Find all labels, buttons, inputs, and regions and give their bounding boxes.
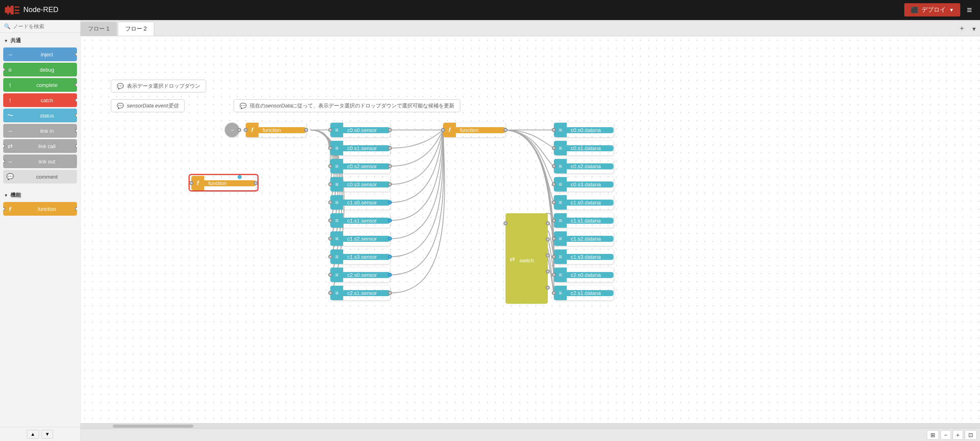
c2s0sensor-port-right [388, 273, 392, 277]
flow-c0s3data[interactable]: ≡ c0.s3.datana [554, 177, 613, 192]
c2s0sensor-label: c2.s0.sensor [343, 272, 390, 278]
function-selected-port-right [254, 181, 258, 185]
sidebar-search-bar[interactable]: 🔍 [0, 20, 80, 33]
comment-display-dropdown[interactable]: 💬 表示データ選択ドロップダウン [111, 80, 206, 93]
flow-c1s1sensor[interactable]: ≡ c1.s1.sensor [330, 213, 390, 228]
c0s0sensor-label: c0.s0.sensor [343, 127, 390, 133]
c1s2sensor-port-right [388, 237, 392, 241]
comment-sensor-label: sensorData event受信 [127, 102, 178, 109]
flow-c0s2sensor[interactable]: ≡ c0.s2.sensor [330, 159, 390, 173]
deploy-icon: ⬛ [911, 6, 918, 14]
function-main1-port-left [244, 128, 248, 132]
flow-c1s3data[interactable]: ≡ c1.s3.datana [554, 249, 613, 264]
status-icon: 〜 [3, 109, 17, 122]
topbar: Node-RED ⬛ デプロイ ▼ ≡ [0, 0, 980, 20]
flow-c2s0sensor[interactable]: ≡ c2.s0.sensor [330, 268, 390, 282]
comment-sensor-icon: 💬 [117, 103, 124, 109]
sidebar-item-complete[interactable]: ! complete [3, 78, 77, 92]
c1s1sensor-label: c1.s1.sensor [343, 218, 390, 224]
flow-function-main1[interactable]: f function [246, 123, 306, 137]
sidebar-item-inject[interactable]: → inject [3, 47, 77, 61]
zoom-out-button[interactable]: − [941, 430, 951, 440]
canvas[interactable]: 💬 表示データ選択ドロップダウン 💬 sensorData event受信 💬 … [81, 36, 980, 423]
flow-c0s0sensor[interactable]: ≡ c0.s0.sensor [330, 123, 390, 137]
flow-c1s1data[interactable]: ≡ c1.s1.datana [554, 213, 613, 228]
flow-c0s0data[interactable]: ≡ c0.s0.datana [554, 123, 613, 137]
flow-c2s1sensor[interactable]: ≡ c2.s1.sensor [330, 286, 390, 300]
flow-c2s0data[interactable]: ≡ c2.s0.datana [554, 268, 613, 282]
function-icon: f [3, 202, 17, 216]
menu-button[interactable]: ≡ [963, 3, 975, 17]
status-label: status [17, 109, 77, 122]
sidebar-item-status[interactable]: 〜 status [3, 109, 77, 122]
c0s2sensor-port-right [388, 164, 392, 168]
flow-inject-node[interactable]: → [225, 123, 239, 137]
main-layout: 🔍 ▼ 共通 → inject ≡ debug [0, 20, 980, 441]
c0s3sensor-label: c0.s3.sensor [343, 181, 390, 188]
complete-port-right [75, 83, 77, 87]
link-in-label: link in [17, 124, 77, 138]
flow-function-main2[interactable]: f function [443, 123, 506, 137]
c1s0data-port-left [552, 200, 556, 204]
svg-rect-1 [10, 6, 14, 14]
tab-dropdown-button[interactable]: ▼ [968, 26, 980, 32]
sidebar-item-function[interactable]: f function [3, 202, 77, 216]
deploy-button[interactable]: ⬛ デプロイ ▼ [904, 3, 960, 16]
add-tab-button[interactable]: + [956, 25, 968, 33]
switch-port-right-4 [546, 270, 550, 274]
sidebar-item-link-out[interactable]: → link out [3, 155, 77, 168]
flow-c0s1sensor[interactable]: ≡ c0.s1.sensor [330, 141, 390, 155]
zoom-in-button[interactable]: + [953, 430, 963, 440]
complete-label: complete [17, 78, 77, 92]
sidebar-up-btn[interactable]: ▲ [27, 430, 39, 439]
canvas-hscroll-thumb[interactable] [113, 425, 193, 428]
layout-button[interactable]: ⊞ [927, 430, 939, 440]
c2s1sensor-port-right [388, 291, 392, 295]
c0s1sensor-port-left [328, 146, 332, 150]
c2s1sensor-port-left [328, 291, 332, 295]
sidebar-item-link-in[interactable]: → link in [3, 124, 77, 138]
c1s3data-label: c1.s3.datana [567, 254, 613, 260]
function-main1-label: function [259, 127, 306, 133]
canvas-hscroll[interactable] [81, 423, 980, 428]
flow-function-selected[interactable]: f function [191, 176, 256, 190]
flow-c1s0sensor[interactable]: ≡ c1.s0.sensor [330, 195, 390, 210]
flow-c1s0data[interactable]: ≡ c1.s0.datana [554, 195, 613, 210]
sidebar-item-comment[interactable]: 💬 comment [3, 170, 77, 183]
sidebar-section-function-header[interactable]: ▼ 機能 [0, 190, 80, 200]
flow-c2s1data[interactable]: ≡ c2.s1.datana [554, 286, 613, 300]
flow-c0s3sensor[interactable]: ≡ c0.s3.sensor [330, 177, 390, 192]
c0s1sensor-port-right [388, 146, 392, 150]
deploy-label: デプロイ [922, 6, 946, 14]
c1s0sensor-label: c1.s0.sensor [343, 200, 390, 206]
inject-port-right [75, 53, 77, 56]
tab-flow1-label: フロー 1 [88, 25, 110, 33]
c0s0data-label: c0.s0.datana [567, 127, 613, 133]
c1s0sensor-port-right [388, 200, 392, 204]
sidebar-section-common-header[interactable]: ▼ 共通 [0, 35, 80, 46]
flow-c1s2data[interactable]: ≡ c1.s2.datana [554, 231, 613, 246]
flow-c1s3sensor[interactable]: ≡ c1.s3.sensor [330, 249, 390, 264]
comment-update-icon: 💬 [240, 103, 247, 109]
flow-c0s2data[interactable]: ≡ c0.s2.datana [554, 159, 613, 173]
flow-c0s1data[interactable]: ≡ c0.s1.datana [554, 141, 613, 155]
search-input[interactable] [13, 23, 76, 29]
c0s3data-label: c0.s3.datana [567, 181, 613, 188]
flow-switch-node[interactable]: ⇄ switch [506, 213, 548, 304]
fit-button[interactable]: ⊡ [965, 430, 977, 440]
sidebar-item-link-call[interactable]: ⇄ link call [3, 139, 77, 153]
comment-sensor-event[interactable]: 💬 sensorData event受信 [111, 99, 184, 112]
flow-c1s2sensor[interactable]: ≡ c1.s2.sensor [330, 231, 390, 246]
sidebar-item-debug[interactable]: ≡ debug [3, 63, 77, 76]
c0s2data-port-left [552, 164, 556, 168]
tab-flow2[interactable]: フロー 2 [118, 22, 155, 36]
sidebar-item-catch[interactable]: ! catch [3, 93, 77, 107]
switch-icon: ⇄ [510, 255, 515, 262]
sidebar-down-btn[interactable]: ▼ [41, 430, 54, 439]
switch-port-left-1 [503, 221, 508, 225]
sidebar: 🔍 ▼ 共通 → inject ≡ debug [0, 20, 81, 441]
comment-update-dropdown[interactable]: 💬 現在のsensorDataに従って、表示データ選択のドロップダウンで選択可能… [234, 99, 460, 112]
catch-icon: ! [3, 93, 17, 107]
tab-flow1[interactable]: フロー 1 [81, 22, 117, 36]
link-in-icon: → [3, 124, 17, 138]
